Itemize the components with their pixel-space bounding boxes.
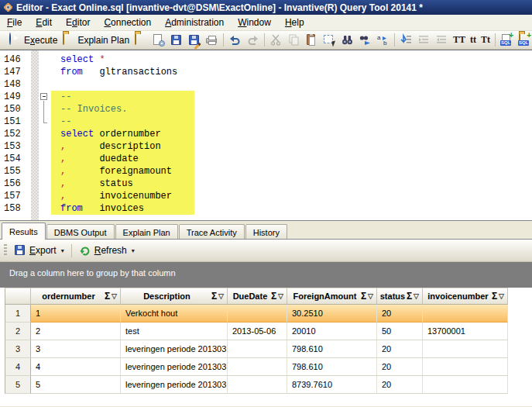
cell-status: 20 [377,376,423,394]
tab-history[interactable]: History [245,224,287,240]
filter-icon[interactable]: ▽ [277,292,284,300]
code-line: , duedate [51,153,532,165]
cell-invoicenumber [423,340,508,358]
export-button[interactable]: Export ▾ [9,242,69,259]
replace-button[interactable]: ab [374,32,392,49]
refresh-button[interactable]: Refresh ▾ [74,242,139,259]
line-number: 148 [0,78,31,91]
uppercase-button[interactable]: TT [451,32,468,49]
fold-margin [31,140,51,153]
tab-trace-activity[interactable]: Trace Activity [179,224,245,240]
cell-description: Verkocht hout [121,305,228,322]
column-header-ordernumber[interactable]: ordernumberΣ▽ [31,288,121,305]
grid-header-row: ordernumberΣ▽ DescriptionΣ▽ DueDateΣ▽ Fo… [5,288,508,305]
menu-edit[interactable]: Edit [29,16,59,29]
filter-icon[interactable]: ▽ [367,292,374,300]
cell-ordernumber: 3 [31,340,121,358]
explain-plan-button[interactable]: Explain Plan [60,32,132,49]
fold-collapse-icon[interactable] [40,93,47,100]
save-button[interactable] [167,32,185,49]
code-line: , description [51,140,532,153]
column-header-description[interactable]: DescriptionΣ▽ [121,288,228,305]
print-button[interactable] [203,32,221,49]
column-header-invoicenumber[interactable]: invoicenumberΣ▽ [423,288,508,305]
refresh-dropdown-icon[interactable]: ▾ [130,247,135,254]
menu-window[interactable]: Window [231,16,278,29]
menu-help[interactable]: Help [278,16,311,29]
open-sql-button[interactable]: + SQL [516,32,532,49]
line-number: 154 [0,153,31,165]
outdent-button[interactable] [433,32,451,49]
sigma-icon[interactable]: Σ [104,291,111,302]
line-number: 156 [0,178,31,190]
save-edit-icon [187,33,201,47]
sigma-icon[interactable]: Σ [406,291,413,302]
sigma-icon[interactable]: Σ [360,291,367,302]
table-row[interactable]: 4 4 leveringen periode 201303 798.610 20 [5,358,508,376]
fold-margin [31,53,51,66]
menu-file[interactable]: File [0,16,29,29]
cell-duedate: 2013-05-06 [228,322,287,340]
fold-margin [31,103,51,116]
fold-margin [31,66,51,78]
save-as-button[interactable] [149,32,167,49]
find-next-button[interactable] [356,32,374,49]
redo-button[interactable] [244,32,262,49]
table-row[interactable]: 2 2 test 2013-05-06 20010 50 13700001 [5,322,508,340]
line-number: 158 [0,202,31,215]
sigma-icon[interactable]: Σ [270,291,277,302]
undo-icon [228,33,242,47]
new-sql-button[interactable]: + SQL [498,32,516,49]
fold-margin [31,128,51,140]
indent-button[interactable] [415,32,433,49]
table-row[interactable]: 1 1 Verkocht hout 30.2510 20 [5,305,508,322]
export-dropdown-icon[interactable]: ▾ [60,247,64,254]
sort-button[interactable] [397,32,415,49]
sigma-icon[interactable]: Σ [211,291,218,302]
code-line: -- Invoices. [51,103,532,116]
column-header-duedate[interactable]: DueDateΣ▽ [228,288,287,305]
filter-icon[interactable]: ▽ [218,292,225,300]
table-row[interactable]: 5 5 leveringen periode 201303 8739.7610 … [5,376,508,394]
cut-icon [269,33,283,47]
cell-status: 20 [377,305,423,322]
copy-button[interactable] [285,32,303,49]
fold-margin [31,153,51,165]
code-line [51,78,532,91]
cell-foreignamount: 30.2510 [287,305,377,322]
paste-button[interactable] [303,32,321,49]
titlecase-button[interactable]: Tt [479,32,493,49]
menu-administration[interactable]: Administration [158,16,231,29]
toolbar-separator [223,33,224,47]
code-line: select ordernumber [51,128,532,140]
execute-button[interactable]: Execute [6,32,60,49]
column-header-status[interactable]: statusΣ▽ [377,288,423,305]
code-line: -- [51,116,532,128]
row-indicator-header[interactable] [5,288,31,305]
save-edit-button[interactable] [185,32,203,49]
cell-invoicenumber [423,376,508,394]
find-button[interactable] [338,32,356,49]
menu-connection[interactable]: Connection [97,16,158,29]
toolbar-grip[interactable] [4,244,7,257]
undo-button[interactable] [226,32,244,49]
filter-icon[interactable]: ▽ [111,292,118,300]
tab-results[interactable]: Results [2,222,46,240]
filter-icon[interactable]: ▽ [413,292,420,300]
select-all-button[interactable] [321,32,338,49]
sql-editor[interactable]: 146select * 147from gltransactions 148 1… [0,50,532,221]
table-row[interactable]: 3 3 leveringen periode 201303 798.610 20 [5,340,508,358]
group-by-drop-zone[interactable]: Drag a column here to group by that colu… [0,262,532,288]
open-file-button[interactable] [132,32,149,49]
replace-icon: ab [376,33,390,47]
filter-icon[interactable]: ▽ [498,292,505,300]
sigma-icon[interactable]: Σ [491,291,498,302]
tab-explain-plan[interactable]: Explain Plan [115,224,178,240]
outdent-icon [435,33,448,47]
cut-button[interactable] [267,32,285,49]
lowercase-button[interactable]: tt [468,32,479,49]
column-header-foreignamount[interactable]: ForeignAmountΣ▽ [287,288,377,305]
cell-foreignamount: 798.610 [287,340,377,358]
tab-dbms-output[interactable]: DBMS Output [46,224,115,240]
menu-editor[interactable]: Editor [59,16,97,29]
